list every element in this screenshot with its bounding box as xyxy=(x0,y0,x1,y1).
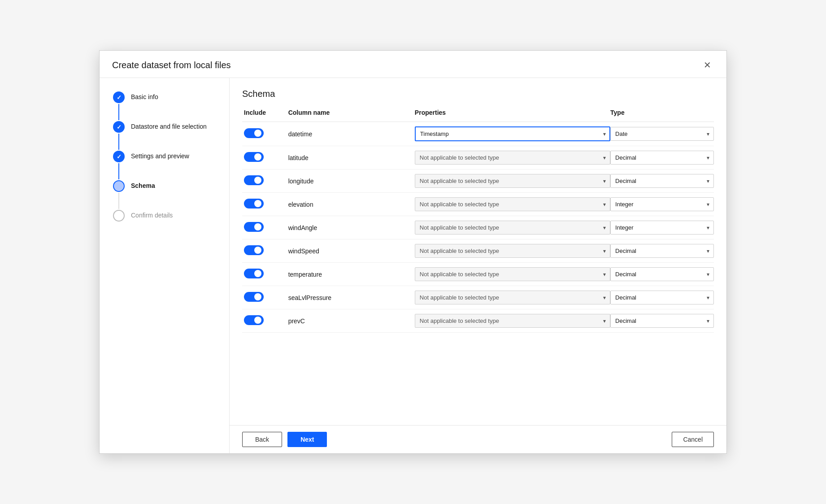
type-wrapper-latitude: DateDecimalIntegerStringBoolean xyxy=(610,151,714,165)
dialog-title: Create dataset from local files xyxy=(112,60,231,70)
type-select-datetime[interactable]: DateDecimalIntegerStringBoolean xyxy=(610,127,714,141)
step-circle-settings: ✓ xyxy=(113,151,125,162)
step-line-3 xyxy=(118,163,119,179)
step-label-settings: Settings and preview xyxy=(131,151,189,160)
toggle-latitude[interactable] xyxy=(244,152,264,162)
header-column-name: Column name xyxy=(288,109,415,122)
step-circle-datastore: ✓ xyxy=(113,121,125,133)
toggle-windSpeed[interactable] xyxy=(244,245,264,255)
toggle-datetime[interactable] xyxy=(244,128,264,138)
toggle-thumb-windAngle xyxy=(254,223,261,230)
properties-cell-prevC: TimestampNot applicable to selected type xyxy=(415,309,610,333)
step-line-4 xyxy=(118,193,119,209)
table-row: prevC TimestampNot applicable to selecte… xyxy=(242,309,714,333)
type-cell-longitude: DateDecimalIntegerStringBoolean xyxy=(610,169,714,193)
step-label-schema: Schema xyxy=(131,180,155,190)
type-select-temperature[interactable]: DateDecimalIntegerStringBoolean xyxy=(610,267,714,281)
properties-cell-temperature: TimestampNot applicable to selected type xyxy=(415,263,610,286)
close-button[interactable]: ✕ xyxy=(701,59,714,71)
toggle-track-longitude xyxy=(244,175,264,185)
toggle-thumb-datetime xyxy=(254,130,261,137)
table-row: latitude TimestampNot applicable to sele… xyxy=(242,146,714,169)
toggle-thumb-windSpeed xyxy=(254,247,261,254)
type-select-windSpeed[interactable]: DateDecimalIntegerStringBoolean xyxy=(610,244,714,258)
type-wrapper-windAngle: DateDecimalIntegerStringBoolean xyxy=(610,221,714,235)
toggle-thumb-temperature xyxy=(254,270,261,277)
column-name-temperature: temperature xyxy=(288,263,415,286)
type-select-longitude[interactable]: DateDecimalIntegerStringBoolean xyxy=(610,174,714,188)
step-label-datastore: Datastore and file selection xyxy=(131,121,207,130)
properties-wrapper-prevC: TimestampNot applicable to selected type xyxy=(415,314,610,328)
header-type: Type xyxy=(610,109,714,122)
step-basic-info: ✓ Basic info xyxy=(113,91,220,121)
properties-select-temperature[interactable]: TimestampNot applicable to selected type xyxy=(415,267,610,281)
type-select-seaLvlPressure[interactable]: DateDecimalIntegerStringBoolean xyxy=(610,291,714,304)
schema-area: Schema Include Column name Properties Ty… xyxy=(230,78,726,425)
properties-select-windAngle[interactable]: TimestampNot applicable to selected type xyxy=(415,221,610,235)
toggle-cell-prevC xyxy=(242,309,288,333)
toggle-windAngle[interactable] xyxy=(244,222,264,232)
toggle-longitude[interactable] xyxy=(244,175,264,185)
table-row: windAngle TimestampNot applicable to sel… xyxy=(242,216,714,239)
toggle-track-windAngle xyxy=(244,222,264,232)
toggle-thumb-longitude xyxy=(254,177,261,184)
toggle-elevation[interactable] xyxy=(244,199,264,209)
properties-select-seaLvlPressure[interactable]: TimestampNot applicable to selected type xyxy=(415,291,610,304)
properties-select-datetime[interactable]: TimestampNot applicable to selected type xyxy=(415,126,610,141)
type-select-elevation[interactable]: DateDecimalIntegerStringBoolean xyxy=(610,197,714,211)
column-name-windSpeed: windSpeed xyxy=(288,239,415,263)
column-name-seaLvlPressure: seaLvlPressure xyxy=(288,286,415,309)
footer-left: Back Next xyxy=(242,432,327,447)
column-name-prevC: prevC xyxy=(288,309,415,333)
type-select-latitude[interactable]: DateDecimalIntegerStringBoolean xyxy=(610,151,714,165)
table-row: windSpeed TimestampNot applicable to sel… xyxy=(242,239,714,263)
properties-wrapper-datetime: TimestampNot applicable to selected type xyxy=(415,126,610,141)
toggle-cell-elevation xyxy=(242,193,288,216)
properties-select-elevation[interactable]: TimestampNot applicable to selected type xyxy=(415,197,610,211)
sidebar: ✓ Basic info ✓ Datastore and file select… xyxy=(100,78,230,453)
step-circle-confirm xyxy=(113,210,125,222)
header-properties: Properties xyxy=(415,109,610,122)
column-name-latitude: latitude xyxy=(288,146,415,169)
properties-cell-windSpeed: TimestampNot applicable to selected type xyxy=(415,239,610,263)
schema-table: Include Column name Properties Type date… xyxy=(242,109,714,333)
toggle-cell-datetime xyxy=(242,122,288,146)
properties-wrapper-elevation: TimestampNot applicable to selected type xyxy=(415,197,610,211)
table-row: datetime TimestampNot applicable to sele… xyxy=(242,122,714,146)
toggle-thumb-latitude xyxy=(254,153,261,161)
toggle-cell-seaLvlPressure xyxy=(242,286,288,309)
toggle-track-prevC xyxy=(244,315,264,325)
type-select-prevC[interactable]: DateDecimalIntegerStringBoolean xyxy=(610,314,714,328)
properties-select-windSpeed[interactable]: TimestampNot applicable to selected type xyxy=(415,244,610,258)
toggle-thumb-elevation xyxy=(254,200,261,207)
properties-select-prevC[interactable]: TimestampNot applicable to selected type xyxy=(415,314,610,328)
header-include: Include xyxy=(242,109,288,122)
main-content: Schema Include Column name Properties Ty… xyxy=(230,78,726,453)
toggle-prevC[interactable] xyxy=(244,315,264,325)
step-settings: ✓ Settings and preview xyxy=(113,151,220,180)
next-button[interactable]: Next xyxy=(287,432,327,447)
properties-wrapper-latitude: TimestampNot applicable to selected type xyxy=(415,151,610,165)
type-wrapper-longitude: DateDecimalIntegerStringBoolean xyxy=(610,174,714,188)
step-label-basic-info: Basic info xyxy=(131,91,158,101)
step-circle-schema xyxy=(113,180,125,192)
step-confirm: Confirm details xyxy=(113,210,220,222)
toggle-cell-windSpeed xyxy=(242,239,288,263)
properties-select-latitude[interactable]: TimestampNot applicable to selected type xyxy=(415,151,610,165)
dialog-body: ✓ Basic info ✓ Datastore and file select… xyxy=(100,78,726,453)
type-cell-datetime: DateDecimalIntegerStringBoolean xyxy=(610,122,714,146)
cancel-button[interactable]: Cancel xyxy=(672,432,714,447)
properties-cell-windAngle: TimestampNot applicable to selected type xyxy=(415,216,610,239)
properties-cell-latitude: TimestampNot applicable to selected type xyxy=(415,146,610,169)
toggle-temperature[interactable] xyxy=(244,269,264,278)
type-select-windAngle[interactable]: DateDecimalIntegerStringBoolean xyxy=(610,221,714,235)
type-wrapper-windSpeed: DateDecimalIntegerStringBoolean xyxy=(610,244,714,258)
back-button[interactable]: Back xyxy=(242,432,282,447)
column-name-datetime: datetime xyxy=(288,122,415,146)
table-row: temperature TimestampNot applicable to s… xyxy=(242,263,714,286)
properties-cell-seaLvlPressure: TimestampNot applicable to selected type xyxy=(415,286,610,309)
toggle-seaLvlPressure[interactable] xyxy=(244,292,264,302)
toggle-track-elevation xyxy=(244,199,264,209)
properties-select-longitude[interactable]: TimestampNot applicable to selected type xyxy=(415,174,610,188)
type-cell-elevation: DateDecimalIntegerStringBoolean xyxy=(610,193,714,216)
